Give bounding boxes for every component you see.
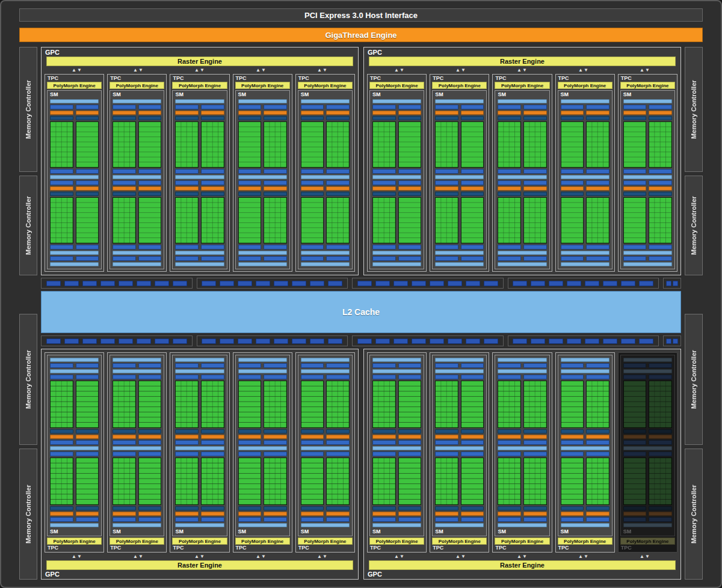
register-file-bar bbox=[372, 506, 396, 510]
cuda-core-grid bbox=[586, 458, 609, 505]
tpc-label: TPC bbox=[108, 545, 166, 552]
register-file-bar bbox=[586, 506, 609, 510]
cuda-core-grid bbox=[649, 458, 672, 505]
sm-label: SM bbox=[110, 528, 164, 536]
polymorph-engine-bar: PolyMorph Engine bbox=[298, 537, 353, 545]
sm-column bbox=[264, 375, 287, 445]
rop-strip-top bbox=[41, 278, 681, 289]
rop-unit bbox=[639, 281, 653, 286]
register-file-bar bbox=[435, 192, 458, 196]
gpc-label: GPC bbox=[42, 47, 358, 57]
warp-scheduler-bar bbox=[649, 180, 672, 185]
cuda-core-grid bbox=[398, 121, 422, 168]
warp-scheduler-bar bbox=[326, 180, 350, 185]
rop-unit bbox=[100, 338, 115, 344]
cuda-core-grid bbox=[175, 381, 199, 428]
rop-unit bbox=[220, 281, 234, 286]
tpc: TPCPolyMorph EngineSM bbox=[107, 352, 167, 553]
polymorph-engine-bar: PolyMorph Engine bbox=[47, 82, 102, 89]
instruction-cache-bar bbox=[372, 523, 421, 527]
register-file-bar bbox=[435, 116, 458, 120]
texture-unit-bar bbox=[623, 363, 647, 368]
cuda-core-grid bbox=[398, 197, 422, 243]
sm-partition bbox=[113, 375, 161, 445]
texture-unit-bar bbox=[238, 256, 262, 261]
load-store-bar bbox=[301, 169, 324, 174]
arrow-row: ▲▼▲▼▲▼▲▼▲▼ bbox=[42, 553, 358, 560]
rop-unit bbox=[466, 338, 480, 344]
register-file-bar bbox=[649, 116, 672, 120]
shared-memory-bar bbox=[238, 446, 287, 450]
texture-unit-bar bbox=[398, 256, 422, 261]
sm-partition bbox=[238, 105, 287, 174]
cuda-core-grid bbox=[398, 458, 422, 505]
register-file-bar bbox=[201, 429, 224, 433]
sm-column bbox=[461, 452, 484, 522]
l1-cache-bar bbox=[372, 369, 421, 373]
sm-column bbox=[461, 180, 484, 250]
register-file-bar bbox=[238, 192, 262, 196]
load-store-bar bbox=[76, 375, 99, 379]
sm-column bbox=[326, 375, 350, 445]
sm-partition bbox=[238, 452, 287, 522]
up-down-arrow-icon: ▲▼ bbox=[108, 66, 169, 74]
sm-column bbox=[561, 105, 584, 174]
sm-partition bbox=[238, 375, 287, 445]
warp-scheduler-bar bbox=[264, 180, 287, 185]
texture-unit-row bbox=[175, 363, 224, 368]
sm-label: SM bbox=[495, 91, 549, 98]
up-down-arrow-icon: ▲▼ bbox=[614, 66, 676, 74]
instruction-cache-bar bbox=[238, 99, 287, 103]
texture-unit-bar bbox=[301, 256, 324, 261]
load-store-bar bbox=[523, 452, 547, 456]
tpc-label: TPC bbox=[233, 545, 292, 552]
tpc: TPCPolyMorph EngineSM bbox=[492, 74, 552, 272]
load-store-bar bbox=[201, 452, 224, 456]
rop-group bbox=[41, 335, 193, 346]
cuda-core-grid bbox=[623, 458, 647, 505]
load-store-bar bbox=[649, 245, 672, 250]
cuda-core-grid bbox=[175, 458, 199, 505]
cuda-core-grid bbox=[301, 197, 324, 243]
cuda-core-grid bbox=[498, 458, 521, 505]
dispatch-unit-bar bbox=[264, 512, 287, 516]
sm-column bbox=[372, 452, 396, 522]
sm-column bbox=[435, 105, 458, 174]
sm: SM bbox=[369, 90, 424, 269]
dispatch-unit-bar bbox=[50, 186, 73, 191]
dispatch-unit-bar bbox=[398, 111, 422, 115]
warp-scheduler-bar bbox=[76, 517, 99, 522]
sm-column bbox=[76, 105, 99, 174]
memory-controller: Memory Controller bbox=[19, 47, 37, 172]
warp-scheduler-bar bbox=[649, 440, 672, 445]
dispatch-unit-bar bbox=[398, 435, 422, 439]
sm-label: SM bbox=[433, 528, 486, 536]
rop-unit bbox=[220, 338, 234, 344]
rop-unit bbox=[673, 281, 678, 286]
shared-memory-bar bbox=[498, 175, 546, 179]
rop-unit bbox=[310, 281, 324, 286]
warp-scheduler-bar bbox=[523, 180, 547, 185]
sm-column bbox=[138, 105, 162, 174]
rop-unit bbox=[328, 281, 342, 286]
rop-unit bbox=[256, 281, 270, 286]
l1-cache-bar bbox=[301, 251, 350, 255]
cuda-core-grid bbox=[201, 197, 224, 243]
texture-unit-bar bbox=[586, 256, 609, 261]
shared-memory-bar bbox=[113, 446, 161, 450]
raster-engine-bar: Raster Engine bbox=[46, 57, 353, 66]
register-file-bar bbox=[498, 506, 521, 510]
rop-unit bbox=[137, 281, 151, 286]
dispatch-unit-bar bbox=[586, 435, 609, 439]
warp-scheduler-bar bbox=[398, 517, 422, 522]
cuda-core-grid bbox=[50, 121, 73, 168]
sm-column bbox=[586, 452, 609, 522]
texture-unit-row bbox=[561, 363, 609, 368]
dispatch-unit-bar bbox=[623, 435, 647, 439]
sm-partition bbox=[561, 375, 609, 445]
sm-content bbox=[173, 98, 226, 269]
sm-column bbox=[201, 452, 224, 522]
sm-column bbox=[623, 452, 647, 522]
texture-unit-row bbox=[372, 363, 421, 368]
register-file-bar bbox=[561, 429, 584, 433]
